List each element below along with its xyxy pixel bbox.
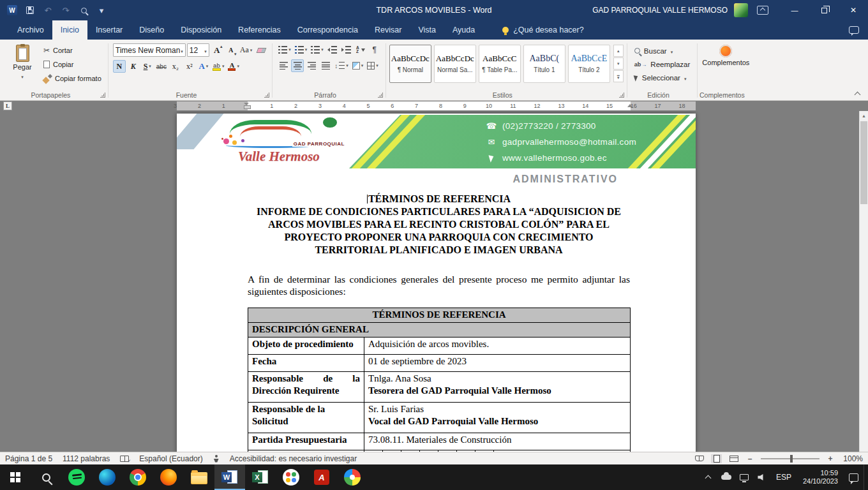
read-mode-button[interactable] [694,454,705,463]
word-count[interactable]: 1112 palabras [63,454,110,463]
dialog-launcher-icon[interactable] [619,93,624,98]
addins-button[interactable]: Complementos [701,41,751,66]
undo-icon[interactable] [40,2,56,19]
close-button[interactable] [839,0,868,20]
taskbar-search-button[interactable] [31,464,61,490]
increase-indent-button[interactable] [340,43,353,56]
ribbon-display-options-icon[interactable] [757,6,768,15]
account-name[interactable]: GAD PARROQUIAL VALLE HERMOSO [592,6,728,15]
find-button[interactable]: Buscar [631,44,694,57]
justify-button[interactable] [319,59,332,72]
bullets-button[interactable] [277,43,292,56]
accessibility-icon[interactable] [213,455,220,463]
style-titulo-1[interactable]: AaBbC( Título 1 [523,45,565,83]
highlight-button[interactable]: ab [211,60,226,73]
onedrive-button[interactable] [719,464,734,490]
align-left-button[interactable] [277,59,290,72]
edge-taskbar-button[interactable] [92,464,123,490]
select-button[interactable]: Seleccionar [631,71,694,84]
maximize-button[interactable] [809,0,839,20]
align-center-button[interactable] [291,59,304,72]
tab-vista[interactable]: Vista [410,20,444,40]
dialog-launcher-icon[interactable] [264,93,269,98]
tab-correspondencia[interactable]: Correspondencia [289,20,366,40]
cut-button[interactable]: ✂ Cortar [40,43,105,57]
decrease-indent-button[interactable] [326,43,339,56]
style-titulo-2[interactable]: AaBbCcE Título 2 [568,45,610,83]
text-effects-button[interactable]: A [197,60,210,73]
zoom-slider[interactable] [761,458,819,459]
format-painter-button[interactable]: Copiar formato [40,71,105,85]
document-page[interactable]: GAD PARROQUIAL Valle Hermoso (02)2773220… [177,114,696,452]
underline-button[interactable]: S [141,60,154,73]
excel-taskbar-button[interactable] [245,464,276,490]
style-table-paragraph[interactable]: AaBbCcC ¶ Table Pa... [479,45,521,83]
zoom-in-icon[interactable] [826,454,835,463]
superscript-button[interactable]: x² [183,60,196,73]
styles-scroll-up-icon[interactable] [613,45,624,57]
tab-insertar[interactable]: Insertar [87,20,131,40]
web-layout-button[interactable] [728,454,739,463]
vertical-scrollbar[interactable] [859,111,868,452]
redo-icon[interactable] [57,2,74,19]
zoom-slider-thumb[interactable] [790,455,793,463]
print-layout-button[interactable] [711,454,722,463]
font-size-select[interactable]: 12 [187,43,209,57]
bold-button[interactable]: N [113,60,126,73]
italic-button[interactable]: K [127,60,140,73]
print-preview-icon[interactable] [75,2,92,19]
show-desktop-button[interactable] [864,464,867,490]
tab-archivo[interactable]: Archivo [9,20,52,40]
subscript-button[interactable]: x₂ [169,60,182,73]
copy-button[interactable]: Copiar [40,57,105,71]
styles-scroll-down-icon[interactable] [613,57,624,70]
chrome-taskbar-button[interactable] [123,464,153,490]
line-spacing-button[interactable] [333,59,350,72]
tell-me-search[interactable]: ¿Qué desea hacer? [496,20,590,40]
font-family-select[interactable]: Times New Roman [113,43,186,57]
replace-button[interactable]: ab Reemplazar [631,57,694,71]
file-explorer-button[interactable] [184,464,214,490]
language-badge[interactable]: ESP [772,473,795,482]
tab-referencias[interactable]: Referencias [230,20,289,40]
accessibility-status[interactable]: Accesibilidad: es necesario investigar [230,454,357,463]
feedback-button[interactable] [849,20,859,40]
word-app-icon[interactable] [4,2,20,19]
tab-inicio[interactable]: Inicio [52,20,87,40]
firefox-taskbar-button[interactable] [153,464,184,490]
paste-button[interactable]: Pegar [4,41,40,85]
tab-ayuda[interactable]: Ayuda [444,20,483,40]
action-center-button[interactable] [846,464,861,490]
align-right-button[interactable] [305,59,318,72]
volume-button[interactable] [754,464,770,490]
shrink-font-button[interactable]: A [225,44,237,57]
customize-quick-access-icon[interactable] [93,2,110,19]
scrollbar-thumb[interactable] [860,121,867,204]
start-button[interactable] [0,464,31,490]
photos-taskbar-button[interactable] [337,464,368,490]
scroll-up-icon[interactable] [860,111,868,120]
clear-formatting-button[interactable] [255,44,267,57]
clock[interactable]: 10:59 24/10/2023 [798,469,843,486]
shading-button[interactable] [351,59,365,72]
font-color-button[interactable]: A [227,60,241,73]
show-marks-button[interactable]: ¶ [368,43,381,56]
zoom-level[interactable]: 100% [841,454,863,463]
strikethrough-button[interactable]: abc [155,60,168,73]
tab-revisar[interactable]: Revisar [366,20,410,40]
zoom-out-icon[interactable] [745,454,754,463]
save-icon[interactable] [22,2,38,19]
dialog-launcher-icon[interactable] [378,93,383,98]
spotify-taskbar-button[interactable] [61,464,92,490]
avatar[interactable] [734,3,748,17]
word-taskbar-button[interactable] [214,464,245,490]
tab-disposicion[interactable]: Disposición [172,20,230,40]
sort-button[interactable] [354,43,367,56]
grow-font-button[interactable]: A [211,44,223,57]
style-normal[interactable]: AaBbCcDc ¶ Normal [389,45,431,83]
dialog-launcher-icon[interactable] [100,93,105,98]
google-app-button[interactable] [276,464,306,490]
minimize-button[interactable] [780,0,809,20]
terms-table[interactable]: TÉRMINOS DE REFERENCIA DESCRIPCIÓN GENER… [248,308,631,452]
page-indicator[interactable]: Página 1 de 5 [5,454,52,463]
